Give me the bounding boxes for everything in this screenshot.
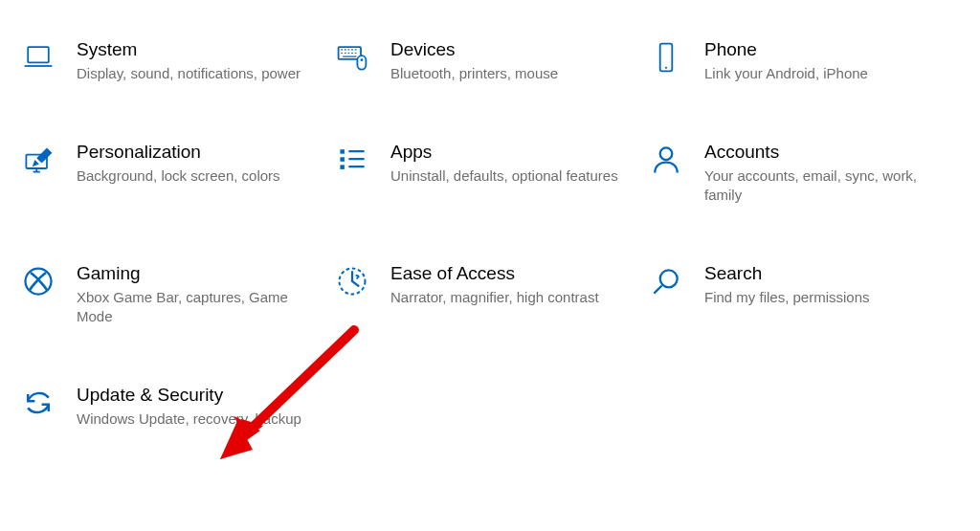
tile-title: Personalization: [77, 141, 280, 165]
svg-point-5: [665, 67, 667, 69]
tile-desc: Link your Android, iPhone: [704, 64, 868, 83]
settings-grid: System Display, sound, notifications, po…: [19, 38, 961, 429]
svg-rect-0: [28, 47, 49, 62]
tile-search[interactable]: Search Find my files, permissions: [647, 262, 961, 326]
tile-desc: Find my files, permissions: [704, 288, 870, 307]
svg-rect-9: [340, 165, 345, 169]
ease-of-access-icon: [333, 262, 371, 300]
tile-title: Gaming: [77, 262, 314, 286]
svg-point-10: [660, 147, 673, 160]
paint-desktop-icon: [19, 141, 57, 179]
search-icon: [647, 262, 685, 300]
tile-title: System: [77, 38, 301, 62]
tile-personalization[interactable]: Personalization Background, lock screen,…: [19, 141, 333, 205]
tile-update-security[interactable]: Update & Security Windows Update, recove…: [19, 384, 333, 429]
keyboard-mouse-icon: [333, 38, 371, 77]
tile-desc: Xbox Game Bar, captures, Game Mode: [77, 288, 314, 327]
tile-desc: Background, lock screen, colors: [77, 166, 280, 186]
tile-desc: Your accounts, email, sync, work, family: [704, 166, 942, 206]
svg-rect-7: [340, 149, 345, 154]
tile-desc: Display, sound, notifications, power: [77, 64, 301, 83]
tile-system[interactable]: System Display, sound, notifications, po…: [19, 38, 333, 83]
tile-gaming[interactable]: Gaming Xbox Game Bar, captures, Game Mod…: [19, 262, 333, 326]
person-icon: [647, 141, 685, 179]
tile-title: Phone: [704, 38, 868, 62]
tile-title: Accounts: [704, 141, 942, 165]
tile-title: Ease of Access: [390, 262, 599, 286]
svg-rect-2: [357, 55, 366, 69]
svg-point-13: [660, 270, 678, 287]
tile-accounts[interactable]: Accounts Your accounts, email, sync, wor…: [647, 141, 961, 205]
tile-desc: Narrator, magnifier, high contrast: [390, 288, 599, 307]
xbox-icon: [19, 262, 57, 300]
tile-title: Apps: [390, 141, 618, 165]
tile-apps[interactable]: Apps Uninstall, defaults, optional featu…: [333, 141, 647, 205]
tile-title: Devices: [390, 38, 558, 62]
tile-desc: Bluetooth, printers, mouse: [390, 64, 558, 83]
phone-icon: [647, 38, 685, 77]
tile-phone[interactable]: Phone Link your Android, iPhone: [647, 38, 961, 83]
tile-devices[interactable]: Devices Bluetooth, printers, mouse: [333, 38, 647, 83]
sync-icon: [19, 384, 57, 422]
tile-desc: Windows Update, recovery, backup: [77, 409, 301, 429]
svg-rect-8: [340, 157, 345, 162]
apps-list-icon: [333, 141, 371, 179]
laptop-icon: [19, 38, 57, 77]
tile-title: Search: [704, 262, 870, 286]
svg-point-3: [361, 58, 364, 61]
tile-ease-of-access[interactable]: Ease of Access Narrator, magnifier, high…: [333, 262, 647, 326]
tile-title: Update & Security: [77, 384, 301, 408]
tile-desc: Uninstall, defaults, optional features: [390, 166, 618, 186]
